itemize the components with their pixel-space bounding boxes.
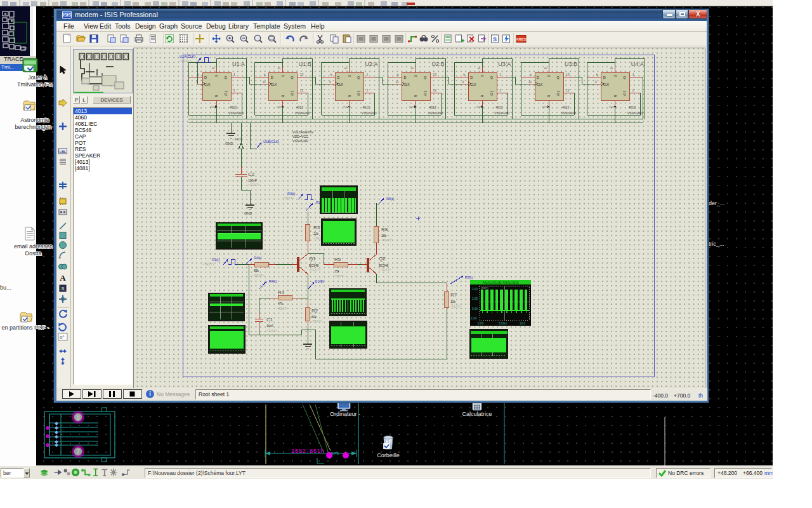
svg-text:2: 2 [499, 88, 501, 92]
svg-text:D: D [337, 76, 340, 79]
svg-text:2: 2 [632, 88, 634, 92]
svg-text:CLK: CLK [204, 83, 211, 86]
svg-text:U1:B: U1:B [299, 61, 311, 67]
svg-text:U1B(CLK): U1B(CLK) [263, 140, 279, 144]
svg-text:<TEXT>: <TEXT> [180, 59, 192, 63]
svg-text:R4(t): R4(t) [269, 279, 277, 283]
svg-text:4013: 4013 [562, 105, 569, 109]
svg-text:Q: Q [424, 76, 427, 79]
svg-text:1.00: 1.00 [472, 297, 478, 300]
svg-text:4013: 4013 [230, 105, 237, 109]
svg-text:VSS=GND: VSS=GND [292, 139, 308, 143]
svg-text:Q: Q [490, 92, 494, 96]
svg-text:5: 5 [463, 73, 465, 77]
svg-text:<TEXT>: <TEXT> [309, 268, 321, 272]
svg-text:Q: Q [225, 92, 228, 96]
svg-text:Q: Q [424, 92, 427, 96]
svg-text:Q: Q [623, 76, 626, 79]
svg-text:S: S [348, 75, 351, 77]
svg-text:VSS=GND: VSS=GND [561, 111, 576, 115]
svg-text:3: 3 [329, 80, 331, 84]
svg-text:7: 7 [76, 448, 80, 455]
svg-text:Q: Q [557, 76, 560, 79]
svg-text:12: 12 [566, 88, 570, 92]
svg-text:R4(t): R4(t) [254, 256, 261, 260]
svg-text:CLK: CLK [470, 83, 476, 86]
svg-text:8: 8 [544, 67, 547, 69]
svg-text:Q: Q [291, 76, 294, 79]
svg-text:47k: 47k [278, 302, 284, 305]
svg-text:D: D [204, 76, 207, 79]
svg-text:CLK: CLK [337, 83, 344, 86]
svg-text:<TEXT>: <TEXT> [277, 307, 289, 311]
svg-text:D: D [537, 76, 539, 79]
svg-text:D: D [603, 76, 606, 79]
svg-text:S: S [481, 75, 484, 77]
svg-text:R7(t): R7(t) [465, 276, 473, 279]
svg-text:R1(t): R1(t) [212, 258, 219, 262]
svg-text:<TEXT>: <TEXT> [311, 319, 323, 323]
svg-text:S: S [215, 75, 218, 77]
svg-text:3: 3 [462, 80, 464, 84]
svg-text:U4:A: U4:A [631, 61, 644, 67]
svg-text:U1:A: U1:A [232, 61, 245, 67]
svg-text:VOLTAGE=5V: VOLTAGE=5V [292, 130, 314, 134]
svg-text:10k: 10k [450, 300, 456, 304]
svg-text:S: S [62, 286, 65, 291]
svg-text:VSS=GND: VSS=GND [362, 111, 377, 115]
svg-text:6: 6 [344, 67, 348, 69]
svg-text:1: 1 [499, 72, 501, 76]
svg-text:12: 12 [300, 88, 304, 92]
svg-text:0.00: 0.00 [472, 307, 478, 311]
svg-text:CLK: CLK [603, 83, 610, 86]
svg-text:U3:A: U3:A [498, 61, 511, 67]
svg-text:BC548: BC548 [309, 264, 319, 267]
svg-text:10k: 10k [381, 234, 387, 237]
svg-text:9: 9 [530, 73, 532, 77]
svg-text:8: 8 [76, 414, 80, 421]
svg-text:C1: C1 [266, 317, 273, 323]
svg-text:<TEXT>: <TEXT> [450, 305, 462, 309]
svg-text:0°: 0° [60, 335, 65, 340]
svg-text:R6(t): R6(t) [386, 197, 394, 201]
svg-text:C2: C2 [248, 171, 255, 177]
svg-text:8: 8 [410, 67, 414, 69]
svg-text:6: 6 [610, 67, 613, 69]
svg-text:VSS=GND: VSS=GND [428, 111, 443, 115]
svg-text:4013: 4013 [429, 105, 436, 109]
svg-text:Q1: Q1 [309, 256, 316, 262]
svg-text:11: 11 [395, 80, 398, 84]
svg-text:U2:B: U2:B [431, 61, 444, 67]
svg-text:22k: 22k [313, 232, 319, 236]
svg-text:CLK: CLK [271, 83, 277, 86]
svg-text:R3: R3 [313, 225, 320, 231]
svg-text:Q: Q [357, 76, 360, 79]
svg-text:-1.00: -1.00 [470, 317, 477, 320]
svg-text:Q: Q [557, 92, 560, 96]
svg-text:D: D [271, 76, 273, 79]
svg-text:10.0: 10.0 [520, 322, 525, 325]
svg-text:4013: 4013 [495, 105, 502, 109]
svg-text:VSS=GND: VSS=GND [228, 111, 244, 115]
svg-text:1: 1 [233, 72, 235, 76]
svg-text:13: 13 [300, 72, 304, 76]
svg-text:VSS=GND: VSS=GND [627, 111, 643, 115]
svg-text:6: 6 [477, 67, 481, 69]
svg-text:13: 13 [433, 72, 436, 76]
svg-text:U3:B: U3:B [565, 61, 577, 67]
svg-text:CLK: CLK [403, 83, 410, 86]
svg-text:LBL: LBL [60, 150, 67, 154]
svg-text:S: S [282, 75, 285, 77]
svg-text:12: 12 [433, 88, 436, 92]
svg-text:2: 2 [367, 88, 369, 92]
svg-text:5.00m: 5.00m [499, 322, 507, 325]
svg-text:R8: R8 [381, 227, 388, 232]
svg-text:S: S [614, 75, 617, 77]
svg-text:R4: R4 [278, 290, 285, 295]
svg-text:15k: 15k [334, 269, 340, 273]
svg-text:D: D [470, 76, 473, 79]
svg-text:10nF: 10nF [266, 324, 273, 328]
svg-text:1: 1 [367, 72, 369, 76]
svg-text:50: 50 [23, 46, 27, 50]
svg-text:A: A [60, 273, 66, 283]
